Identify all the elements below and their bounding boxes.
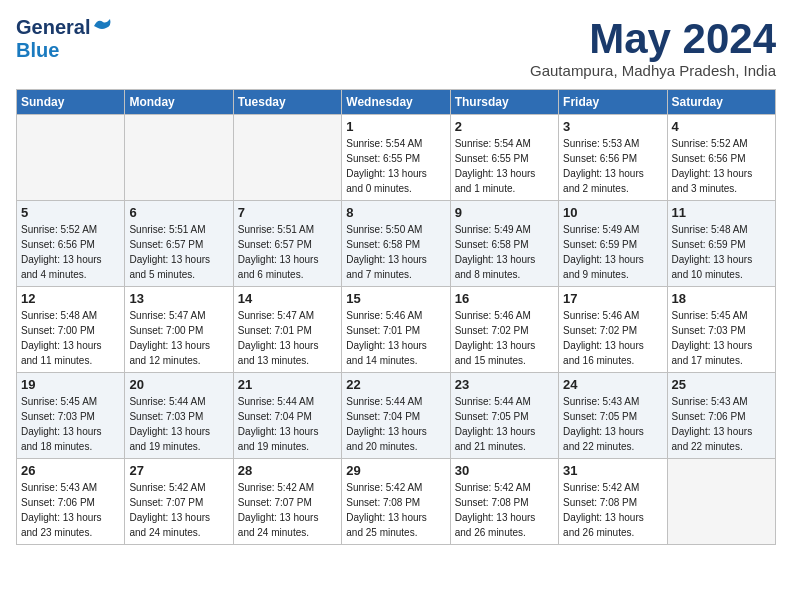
day-number: 28 xyxy=(238,463,337,478)
location-text: Gautampura, Madhya Pradesh, India xyxy=(530,62,776,79)
day-cell: 6Sunrise: 5:51 AM Sunset: 6:57 PM Daylig… xyxy=(125,201,233,287)
day-cell: 5Sunrise: 5:52 AM Sunset: 6:56 PM Daylig… xyxy=(17,201,125,287)
day-cell: 29Sunrise: 5:42 AM Sunset: 7:08 PM Dayli… xyxy=(342,459,450,545)
day-cell: 21Sunrise: 5:44 AM Sunset: 7:04 PM Dayli… xyxy=(233,373,341,459)
day-number: 14 xyxy=(238,291,337,306)
day-info: Sunrise: 5:54 AM Sunset: 6:55 PM Dayligh… xyxy=(455,136,554,196)
day-cell: 19Sunrise: 5:45 AM Sunset: 7:03 PM Dayli… xyxy=(17,373,125,459)
day-cell: 22Sunrise: 5:44 AM Sunset: 7:04 PM Dayli… xyxy=(342,373,450,459)
day-number: 3 xyxy=(563,119,662,134)
day-cell: 17Sunrise: 5:46 AM Sunset: 7:02 PM Dayli… xyxy=(559,287,667,373)
day-cell: 7Sunrise: 5:51 AM Sunset: 6:57 PM Daylig… xyxy=(233,201,341,287)
calendar-table: SundayMondayTuesdayWednesdayThursdayFrid… xyxy=(16,89,776,545)
day-info: Sunrise: 5:46 AM Sunset: 7:01 PM Dayligh… xyxy=(346,308,445,368)
day-cell: 1Sunrise: 5:54 AM Sunset: 6:55 PM Daylig… xyxy=(342,115,450,201)
day-number: 15 xyxy=(346,291,445,306)
day-cell: 9Sunrise: 5:49 AM Sunset: 6:58 PM Daylig… xyxy=(450,201,558,287)
day-info: Sunrise: 5:47 AM Sunset: 7:01 PM Dayligh… xyxy=(238,308,337,368)
day-number: 27 xyxy=(129,463,228,478)
day-number: 24 xyxy=(563,377,662,392)
title-area: May 2024 Gautampura, Madhya Pradesh, Ind… xyxy=(530,16,776,79)
day-number: 7 xyxy=(238,205,337,220)
day-info: Sunrise: 5:43 AM Sunset: 7:06 PM Dayligh… xyxy=(672,394,771,454)
day-info: Sunrise: 5:47 AM Sunset: 7:00 PM Dayligh… xyxy=(129,308,228,368)
day-cell: 11Sunrise: 5:48 AM Sunset: 6:59 PM Dayli… xyxy=(667,201,775,287)
day-info: Sunrise: 5:42 AM Sunset: 7:08 PM Dayligh… xyxy=(563,480,662,540)
day-info: Sunrise: 5:42 AM Sunset: 7:07 PM Dayligh… xyxy=(129,480,228,540)
day-number: 21 xyxy=(238,377,337,392)
day-info: Sunrise: 5:45 AM Sunset: 7:03 PM Dayligh… xyxy=(21,394,120,454)
day-cell: 24Sunrise: 5:43 AM Sunset: 7:05 PM Dayli… xyxy=(559,373,667,459)
day-info: Sunrise: 5:51 AM Sunset: 6:57 PM Dayligh… xyxy=(129,222,228,282)
day-info: Sunrise: 5:44 AM Sunset: 7:05 PM Dayligh… xyxy=(455,394,554,454)
day-number: 11 xyxy=(672,205,771,220)
day-cell: 2Sunrise: 5:54 AM Sunset: 6:55 PM Daylig… xyxy=(450,115,558,201)
day-info: Sunrise: 5:52 AM Sunset: 6:56 PM Dayligh… xyxy=(672,136,771,196)
day-cell xyxy=(125,115,233,201)
col-header-wednesday: Wednesday xyxy=(342,90,450,115)
week-row-5: 26Sunrise: 5:43 AM Sunset: 7:06 PM Dayli… xyxy=(17,459,776,545)
logo-blue-text: Blue xyxy=(16,39,59,62)
day-cell: 26Sunrise: 5:43 AM Sunset: 7:06 PM Dayli… xyxy=(17,459,125,545)
day-info: Sunrise: 5:46 AM Sunset: 7:02 PM Dayligh… xyxy=(563,308,662,368)
col-header-monday: Monday xyxy=(125,90,233,115)
week-row-2: 5Sunrise: 5:52 AM Sunset: 6:56 PM Daylig… xyxy=(17,201,776,287)
week-row-4: 19Sunrise: 5:45 AM Sunset: 7:03 PM Dayli… xyxy=(17,373,776,459)
day-number: 2 xyxy=(455,119,554,134)
day-cell xyxy=(17,115,125,201)
day-cell: 31Sunrise: 5:42 AM Sunset: 7:08 PM Dayli… xyxy=(559,459,667,545)
month-title: May 2024 xyxy=(530,16,776,62)
day-info: Sunrise: 5:49 AM Sunset: 6:58 PM Dayligh… xyxy=(455,222,554,282)
logo: General Blue xyxy=(16,16,114,62)
day-number: 16 xyxy=(455,291,554,306)
day-info: Sunrise: 5:44 AM Sunset: 7:03 PM Dayligh… xyxy=(129,394,228,454)
day-cell xyxy=(667,459,775,545)
day-number: 31 xyxy=(563,463,662,478)
day-cell: 10Sunrise: 5:49 AM Sunset: 6:59 PM Dayli… xyxy=(559,201,667,287)
day-cell: 14Sunrise: 5:47 AM Sunset: 7:01 PM Dayli… xyxy=(233,287,341,373)
day-number: 30 xyxy=(455,463,554,478)
day-cell: 15Sunrise: 5:46 AM Sunset: 7:01 PM Dayli… xyxy=(342,287,450,373)
day-number: 17 xyxy=(563,291,662,306)
col-header-tuesday: Tuesday xyxy=(233,90,341,115)
day-info: Sunrise: 5:46 AM Sunset: 7:02 PM Dayligh… xyxy=(455,308,554,368)
day-number: 29 xyxy=(346,463,445,478)
day-number: 18 xyxy=(672,291,771,306)
day-number: 26 xyxy=(21,463,120,478)
col-header-friday: Friday xyxy=(559,90,667,115)
day-number: 10 xyxy=(563,205,662,220)
calendar-header-row: SundayMondayTuesdayWednesdayThursdayFrid… xyxy=(17,90,776,115)
day-cell: 4Sunrise: 5:52 AM Sunset: 6:56 PM Daylig… xyxy=(667,115,775,201)
day-number: 25 xyxy=(672,377,771,392)
day-cell: 8Sunrise: 5:50 AM Sunset: 6:58 PM Daylig… xyxy=(342,201,450,287)
day-number: 12 xyxy=(21,291,120,306)
day-cell: 16Sunrise: 5:46 AM Sunset: 7:02 PM Dayli… xyxy=(450,287,558,373)
day-info: Sunrise: 5:48 AM Sunset: 7:00 PM Dayligh… xyxy=(21,308,120,368)
day-number: 23 xyxy=(455,377,554,392)
day-cell: 27Sunrise: 5:42 AM Sunset: 7:07 PM Dayli… xyxy=(125,459,233,545)
day-cell xyxy=(233,115,341,201)
col-header-thursday: Thursday xyxy=(450,90,558,115)
day-number: 1 xyxy=(346,119,445,134)
day-cell: 3Sunrise: 5:53 AM Sunset: 6:56 PM Daylig… xyxy=(559,115,667,201)
week-row-3: 12Sunrise: 5:48 AM Sunset: 7:00 PM Dayli… xyxy=(17,287,776,373)
page-header: General Blue May 2024 Gautampura, Madhya… xyxy=(16,16,776,79)
day-number: 9 xyxy=(455,205,554,220)
day-info: Sunrise: 5:52 AM Sunset: 6:56 PM Dayligh… xyxy=(21,222,120,282)
day-info: Sunrise: 5:44 AM Sunset: 7:04 PM Dayligh… xyxy=(238,394,337,454)
day-cell: 30Sunrise: 5:42 AM Sunset: 7:08 PM Dayli… xyxy=(450,459,558,545)
week-row-1: 1Sunrise: 5:54 AM Sunset: 6:55 PM Daylig… xyxy=(17,115,776,201)
day-info: Sunrise: 5:44 AM Sunset: 7:04 PM Dayligh… xyxy=(346,394,445,454)
day-cell: 12Sunrise: 5:48 AM Sunset: 7:00 PM Dayli… xyxy=(17,287,125,373)
day-number: 4 xyxy=(672,119,771,134)
day-info: Sunrise: 5:49 AM Sunset: 6:59 PM Dayligh… xyxy=(563,222,662,282)
day-cell: 23Sunrise: 5:44 AM Sunset: 7:05 PM Dayli… xyxy=(450,373,558,459)
day-number: 13 xyxy=(129,291,228,306)
day-info: Sunrise: 5:42 AM Sunset: 7:08 PM Dayligh… xyxy=(346,480,445,540)
day-info: Sunrise: 5:42 AM Sunset: 7:08 PM Dayligh… xyxy=(455,480,554,540)
day-number: 22 xyxy=(346,377,445,392)
day-number: 19 xyxy=(21,377,120,392)
day-info: Sunrise: 5:51 AM Sunset: 6:57 PM Dayligh… xyxy=(238,222,337,282)
day-cell: 25Sunrise: 5:43 AM Sunset: 7:06 PM Dayli… xyxy=(667,373,775,459)
day-number: 6 xyxy=(129,205,228,220)
